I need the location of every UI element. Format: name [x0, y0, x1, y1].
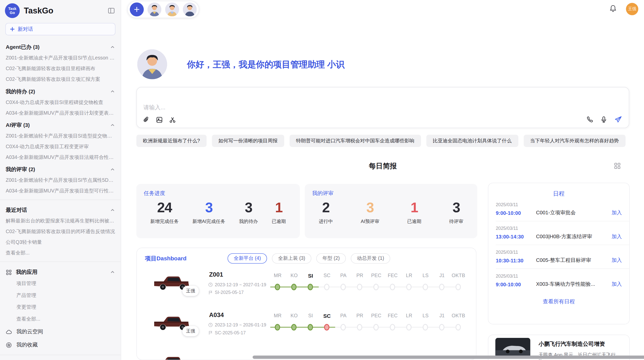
milestone-dot-KO[interactable] [291, 284, 297, 290]
milestone-dot-PR[interactable] [357, 324, 362, 331]
new-chat-button[interactable]: 新对话 [5, 23, 115, 35]
sidebar-item-favorites[interactable]: 我的收藏 [0, 338, 121, 352]
milestone-dot-SC[interactable] [324, 284, 329, 290]
schedule-name: C005-整车工程目标评审 [536, 257, 607, 264]
sidebar-item[interactable]: C02-飞腾新能源轻客改款项目的闭环通告反馈情况 [0, 226, 121, 237]
milestone-dot-LR[interactable] [406, 284, 412, 290]
milestone-dot-PR[interactable] [357, 284, 362, 290]
send-icon[interactable] [614, 115, 622, 124]
sidebar-item[interactable]: 变更管理 [0, 301, 121, 313]
join-link[interactable]: 加入 [612, 209, 622, 216]
attachment-icon[interactable] [142, 116, 150, 124]
chevron-up-icon[interactable] [110, 89, 115, 94]
sidebar-item-cloud-space[interactable]: 我的云空间 [0, 325, 121, 338]
sidebar-item[interactable]: C0X4-动力总成开发项目工程变更评审 [0, 141, 121, 152]
dashboard-tab[interactable]: 全新平台 (4) [228, 253, 267, 263]
dashboard-tab[interactable]: 全新上装 (3) [272, 253, 311, 263]
milestone-dot-SI[interactable] [308, 324, 313, 331]
milestone-dot-FEC[interactable] [390, 324, 395, 331]
milestone-dot-OKTB[interactable] [456, 284, 461, 290]
milestone-dot-SC[interactable] [324, 324, 329, 331]
milestone-dot-SI[interactable] [308, 284, 313, 290]
agent-avatar[interactable] [148, 3, 162, 17]
sidebar-item[interactable]: Z001-全新燃油皮卡产品开发项目SI节点Lesson Learn报告 [0, 53, 121, 63]
milestone-dot-J1[interactable] [439, 284, 444, 290]
notification-bell-icon[interactable] [609, 4, 617, 14]
sidebar-item[interactable]: 公司Q3轻卡销量 [0, 237, 121, 248]
join-link[interactable]: 加入 [612, 233, 622, 240]
logo-text-2: Go [10, 11, 15, 15]
chevron-up-icon[interactable] [110, 208, 115, 213]
sidebar-item[interactable]: 产品管理 [0, 290, 121, 302]
suggestion-chip[interactable]: 如何写一份清晰的项目周报 [212, 135, 284, 147]
chevron-up-icon[interactable] [110, 123, 115, 128]
sidebar-section-header[interactable]: AI评审 (3) [0, 118, 121, 130]
sidebar-section-header[interactable]: 最近对话 [0, 203, 121, 215]
chat-input-box[interactable]: 请输入... [136, 87, 629, 128]
project-row[interactable]: 王强Z0012023-12-19 ~ 2027-01-19SI-2025-05-… [137, 268, 476, 309]
sidebar-item[interactable]: Z001-全新燃油轻卡产品开发项目SI造型提交物评审 [0, 131, 121, 141]
microphone-icon[interactable] [600, 116, 607, 123]
milestone-dot-PA[interactable] [341, 284, 346, 290]
milestone-dot-PEC[interactable] [373, 284, 379, 290]
suggestion-chip[interactable]: 特朗普可能对进口汽车增税会对中国车企造成哪些影响 [289, 135, 421, 147]
milestone-dot-MR[interactable] [275, 324, 280, 331]
horizontal-scrollbar[interactable] [253, 356, 644, 359]
milestone-dot-J1[interactable] [439, 324, 444, 331]
sidebar-item[interactable]: A034-全新新能源MUV产品开发项目计划变更表编写 [0, 108, 121, 118]
sidebar-section-header[interactable]: 我的待办 (2) [0, 85, 121, 97]
milestone-dot-LR[interactable] [406, 324, 412, 331]
suggestion-chip[interactable]: 当下年轻人对汽车外观有怎样的喜好趋势 [523, 135, 625, 147]
milestone-dot-LS[interactable] [423, 284, 428, 290]
stat-label: 我的待办 [239, 218, 258, 224]
suggestion-chip[interactable]: 比亚迪全固态电池计划具体说了什么 [426, 135, 518, 147]
project-owner-chip[interactable]: 王强 [182, 286, 199, 296]
project-row[interactable]: 王强A0342023-12-19 ~ 2026-01-19SC-2025-05-… [137, 309, 476, 349]
milestone-dot-OKTB[interactable] [456, 324, 461, 331]
scissors-icon[interactable] [169, 116, 176, 124]
sidebar-item[interactable]: 项目管理 [0, 278, 121, 290]
stat-label: 新增完成任务 [150, 218, 179, 224]
sidebar-item[interactable]: Z001-全新燃油轻卡产品开发项目SI节点属性5D文件评审 [0, 175, 121, 186]
view-all-schedule-link[interactable]: 查看所有日程 [488, 298, 629, 305]
milestone-dot-MR[interactable] [275, 284, 280, 290]
milestone-label: J1 [434, 313, 450, 319]
agent-avatar[interactable] [183, 3, 197, 17]
sidebar-collapse-icon[interactable] [108, 7, 115, 14]
chevron-up-icon[interactable] [110, 45, 115, 50]
chevron-up-icon[interactable] [110, 270, 115, 275]
milestone-dot-PEC[interactable] [373, 324, 379, 331]
join-link[interactable]: 加入 [612, 281, 622, 288]
join-link[interactable]: 加入 [612, 257, 622, 264]
dashboard-tab[interactable]: 动总开发 (1) [351, 253, 390, 263]
schedule-item: 2025/03/1110:30-11:30C005-整车工程目标评审加入 [488, 245, 629, 269]
add-agent-button[interactable] [130, 3, 144, 17]
project-owner-chip[interactable]: 王强 [182, 326, 199, 336]
image-icon[interactable] [156, 116, 163, 124]
sidebar-item[interactable]: 解释最新出台的欧盟报废车法规再生塑料比例被调至15%... [0, 216, 121, 226]
sidebar-section-header[interactable]: 我的评审 (2) [0, 163, 121, 175]
sidebar-item[interactable]: C02-飞腾新能源轻客改款项目里程碑画布 [0, 63, 121, 74]
agent-avatar[interactable] [165, 3, 179, 17]
my-review-card: 我的评审 2进行中3AI预评审1已逾期3待评审 [305, 184, 477, 238]
suggestion-chip[interactable]: 欧洲新规最近颁布了什么? [136, 135, 207, 147]
milestone-dot-KO[interactable] [291, 324, 297, 331]
milestone-dot-FEC[interactable] [390, 284, 395, 290]
milestone-dot-LS[interactable] [423, 324, 428, 331]
milestone-dot-PA[interactable] [341, 324, 346, 331]
dashboard-tab[interactable]: 年型 (2) [316, 253, 346, 263]
sidebar-section-header[interactable]: Agent已办 (3) [0, 40, 121, 52]
sidebar-item[interactable]: A034-全新新能源MUV产品开发项目法规符合性评审 [0, 152, 121, 163]
sidebar-item[interactable]: C0X4-动力总成开发项目SI里程碑提交物检查 [0, 97, 121, 108]
layout-grid-icon[interactable] [614, 163, 621, 171]
sidebar-section-header[interactable]: 我的应用 [0, 265, 121, 277]
sidebar-item[interactable]: 查看全部... [0, 248, 121, 258]
phone-icon[interactable] [586, 116, 593, 123]
stat-cell: 3新增AI完成任务 [193, 199, 225, 225]
sidebar-item[interactable]: C02-飞腾新能源轻客改款项目立项汇报方案 [0, 74, 121, 85]
sidebar-tool-item[interactable]: AI超级员工 [0, 358, 121, 360]
sidebar-item[interactable]: 查看全部... [0, 313, 121, 325]
user-avatar[interactable]: 王强 [626, 3, 638, 15]
chevron-up-icon[interactable] [110, 167, 115, 172]
sidebar-item[interactable]: A034-全新新能源MUV产品开发项目造型可行性评审 [0, 186, 121, 196]
